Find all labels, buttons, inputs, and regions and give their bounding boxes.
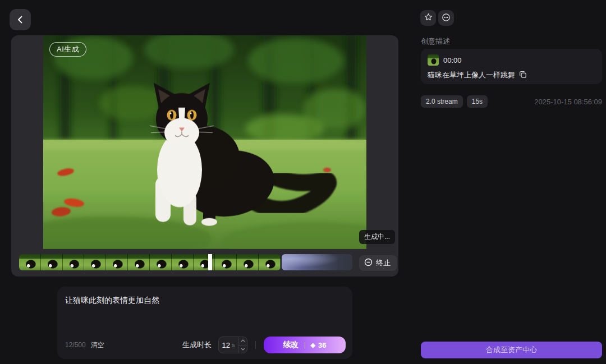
duration-label: 生成时长 xyxy=(182,340,212,350)
char-counter: 12/500 xyxy=(65,341,86,349)
copy-icon xyxy=(519,71,527,80)
timeline-thumbnail[interactable] xyxy=(128,254,150,270)
timeline-thumbnail[interactable] xyxy=(259,254,281,270)
footer-divider xyxy=(255,341,256,349)
generating-status-badge: 生成中... xyxy=(359,230,395,244)
back-chevron-icon xyxy=(16,16,24,24)
submit-divider xyxy=(305,342,305,349)
stepper-down-icon[interactable] xyxy=(238,345,247,353)
timeline-thumbnail[interactable] xyxy=(215,254,237,270)
timeline-thumbnail[interactable] xyxy=(172,254,194,270)
ai-generated-badge: AI生成 xyxy=(49,42,86,57)
created-timestamp: 2025-10-15 08:56:09 xyxy=(534,98,602,106)
terminate-label: 终止 xyxy=(376,258,391,268)
timeline-thumbnail[interactable] xyxy=(237,254,259,270)
duration-value: 12 xyxy=(222,341,230,349)
timeline-thumbnail[interactable] xyxy=(150,254,172,270)
video-preview[interactable] xyxy=(43,35,366,249)
more-options-icon xyxy=(442,13,451,24)
timeline-thumbnail[interactable] xyxy=(41,254,63,270)
terminate-button[interactable]: 终止 xyxy=(359,255,397,271)
timeline-thumbnail[interactable] xyxy=(84,254,106,270)
clip-thumbnail xyxy=(428,54,439,66)
timeline-playhead[interactable] xyxy=(208,254,212,270)
clip-timestamp: 00:00 xyxy=(443,56,462,64)
video-player-panel: AI生成 生成中... 终止 xyxy=(11,35,398,277)
favorite-button[interactable] xyxy=(420,10,436,26)
model-badge: 2.0 stream xyxy=(421,95,463,108)
terminate-icon xyxy=(364,258,373,268)
stepper-up-icon[interactable] xyxy=(238,337,247,345)
clear-button[interactable]: 清空 xyxy=(91,340,104,350)
continue-edit-label: 续改 xyxy=(283,340,299,350)
creative-description-title: 创意描述 xyxy=(421,36,450,47)
copy-prompt-button[interactable] xyxy=(519,71,527,80)
continue-edit-button[interactable]: 续改 ◆ 36 xyxy=(264,337,346,353)
duration-stepper[interactable]: 12 s xyxy=(218,337,247,353)
credit-diamond-icon: ◆ xyxy=(311,342,315,348)
prompt-card: 00:00 猫咪在草坪上像人一样跳舞 xyxy=(421,49,602,84)
more-options-button[interactable] xyxy=(438,10,454,26)
synthesize-to-assets-button[interactable]: 合成至资产中心 xyxy=(421,342,602,358)
timeline-generating-segment[interactable] xyxy=(282,254,352,270)
back-button[interactable] xyxy=(10,9,31,30)
prompt-text: 猫咪在草坪上像人一样跳舞 xyxy=(428,70,515,80)
prompt-input[interactable]: 让猫咪此刻的表情更加自然 xyxy=(65,294,345,329)
timeline-filmstrip[interactable] xyxy=(19,254,281,270)
credit-cost: 36 xyxy=(318,341,326,349)
cat-on-lawn-illustration xyxy=(43,35,366,249)
details-panel: 创意描述 00:00 猫咪在草坪上像人一样跳舞 2.0 stream 15s 2… xyxy=(421,0,602,364)
duration-unit: s xyxy=(232,342,235,348)
star-icon xyxy=(424,13,433,23)
prompt-composer: 让猫咪此刻的表情更加自然 12/500 清空 生成时长 12 s 续改 xyxy=(57,287,352,359)
timeline-thumbnail[interactable] xyxy=(106,254,128,270)
duration-badge: 15s xyxy=(467,95,488,108)
timeline-thumbnail[interactable] xyxy=(63,254,85,270)
timeline-thumbnail[interactable] xyxy=(19,254,41,270)
